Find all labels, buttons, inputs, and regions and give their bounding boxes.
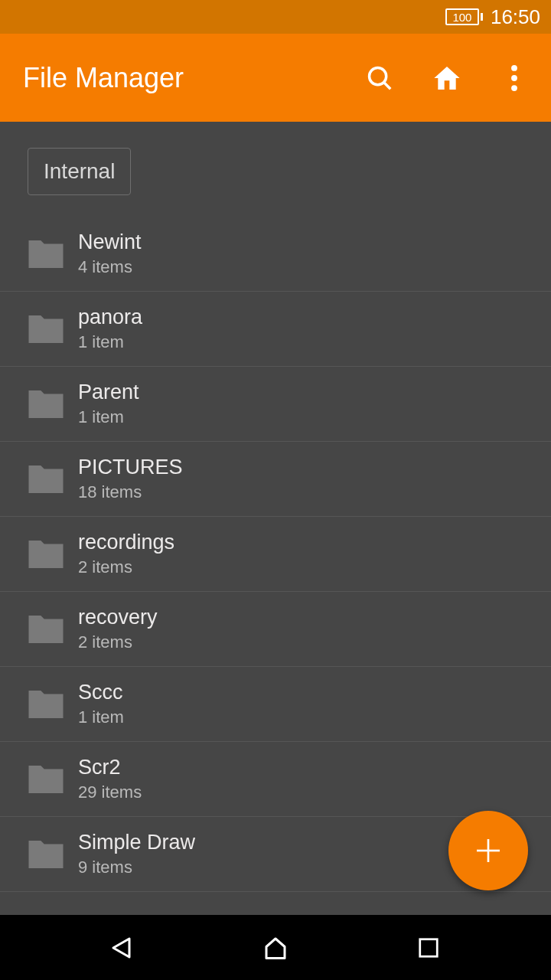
- list-item[interactable]: Parent1 item: [0, 367, 551, 442]
- folder-name: panora: [78, 305, 142, 329]
- back-icon: [109, 934, 136, 962]
- folder-name: recovery: [78, 606, 158, 629]
- home-outline-icon: [262, 934, 289, 962]
- home-icon: [432, 63, 462, 93]
- search-icon: [365, 64, 394, 93]
- navigation-bar: [0, 915, 551, 980]
- app-title: File Manager: [23, 62, 364, 94]
- list-item[interactable]: Sccc1 item: [0, 667, 551, 742]
- svg-point-0: [370, 67, 386, 84]
- folder-icon: [15, 762, 77, 797]
- folder-icon: [15, 462, 77, 497]
- folder-meta: 1 item: [78, 707, 124, 727]
- folder-icon: [15, 612, 77, 647]
- nav-recent-button[interactable]: [409, 929, 448, 967]
- folder-name: recordings: [78, 531, 174, 554]
- breadcrumb: Internal: [0, 122, 551, 217]
- folder-name: Sccc: [78, 681, 124, 704]
- clock: 16:50: [491, 5, 540, 29]
- svg-point-2: [511, 65, 517, 71]
- svg-point-4: [511, 85, 517, 91]
- folder-meta: 2 items: [78, 632, 158, 652]
- list-item[interactable]: recovery2 items: [0, 592, 551, 667]
- status-bar: 100 16:50: [0, 0, 551, 34]
- app-bar-actions: [364, 63, 536, 93]
- battery-level: 100: [445, 8, 479, 25]
- add-button[interactable]: [448, 811, 528, 890]
- folder-name: Simple Draw: [78, 831, 195, 854]
- folder-meta: 1 item: [78, 332, 142, 352]
- folder-icon: [15, 537, 77, 572]
- battery-indicator: 100: [445, 8, 483, 25]
- folder-meta: 2 items: [78, 557, 174, 577]
- folder-list[interactable]: Newint4 itemspanora1 itemParent1 itemPIC…: [0, 217, 551, 892]
- svg-rect-7: [420, 939, 438, 956]
- folder-name: PICTURES: [78, 456, 183, 479]
- list-item[interactable]: PICTURES18 items: [0, 442, 551, 517]
- folder-icon: [15, 837, 77, 872]
- folder-meta: 9 items: [78, 858, 195, 877]
- home-button[interactable]: [432, 63, 462, 93]
- list-item[interactable]: Newint4 items: [0, 217, 551, 292]
- more-vert-icon: [511, 65, 517, 91]
- list-item[interactable]: panora1 item: [0, 292, 551, 367]
- folder-icon: [15, 312, 77, 347]
- overflow-menu-button[interactable]: [499, 63, 530, 93]
- app-bar: File Manager: [0, 34, 551, 122]
- plus-icon: [473, 835, 504, 866]
- list-item[interactable]: recordings2 items: [0, 517, 551, 592]
- folder-meta: 29 items: [78, 782, 142, 802]
- square-icon: [417, 936, 440, 959]
- folder-icon: [15, 237, 77, 272]
- folder-icon: [15, 387, 77, 422]
- nav-back-button[interactable]: [103, 929, 142, 967]
- breadcrumb-chip-internal[interactable]: Internal: [28, 148, 131, 195]
- folder-name: Scr2: [78, 756, 142, 779]
- folder-icon: [15, 687, 77, 722]
- folder-meta: 4 items: [78, 257, 142, 277]
- search-button[interactable]: [364, 63, 395, 93]
- folder-name: Newint: [78, 230, 142, 254]
- svg-line-1: [384, 82, 391, 89]
- folder-name: Parent: [78, 381, 139, 404]
- svg-point-3: [511, 75, 517, 81]
- content-area: Internal Newint4 itemspanora1 itemParent…: [0, 122, 551, 915]
- folder-meta: 1 item: [78, 407, 139, 427]
- nav-home-button[interactable]: [256, 929, 295, 967]
- folder-meta: 18 items: [78, 482, 183, 502]
- list-item[interactable]: Scr229 items: [0, 742, 551, 817]
